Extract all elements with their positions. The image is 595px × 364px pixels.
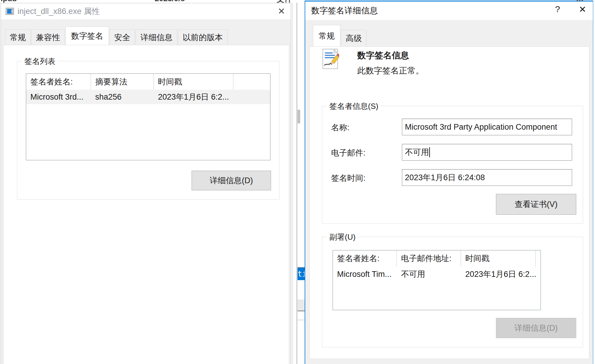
background-panel-fragment: [298, 299, 305, 310]
background-selected-list-item[interactable]: ti: [298, 268, 305, 280]
email-label: 电子邮件:: [331, 148, 366, 158]
email-field-value: 不可用: [405, 147, 429, 158]
name-field-value: Microsoft 3rd Party Application Componen…: [405, 123, 557, 132]
background-scrollbar-track: [297, 3, 297, 364]
background-window-top-strip: ipdb 2023/9/8 文件 …: [0, 0, 595, 3]
tab-compatibility[interactable]: 兼容性: [31, 29, 65, 45]
properties-dialog: inject_dll_x86.exe 属性 ✕ 常规 兼容性 数字签名 安全 详…: [1, 3, 291, 364]
close-icon[interactable]: ✕: [576, 3, 589, 15]
properties-dialog-title: inject_dll_x86.exe 属性: [18, 6, 100, 17]
properties-tab-bar: 常规 兼容性 数字签名 安全 详细信息 以前的版本: [5, 26, 228, 45]
signer-info-group-label: 签名者信息(S): [327, 101, 381, 112]
background-edge-band: [292, 3, 293, 364]
signature-certificate-icon: [322, 49, 339, 70]
email-field[interactable]: 不可用: [402, 144, 572, 161]
signature-details-titlebar[interactable]: 数字签名详细信息 ? ✕: [305, 1, 593, 20]
signature-row[interactable]: Microsoft 3rd... sha256 2023年1月6日 6:2...: [26, 90, 270, 104]
signer-name-cell: Microsoft Tim...: [333, 267, 397, 281]
tab-general[interactable]: 常规: [313, 25, 340, 46]
signer-info-group: 签名者信息(S) 名称: Microsoft 3rd Party Applica…: [322, 106, 583, 224]
column-header-signer-name: 签名者姓名:: [333, 250, 397, 266]
signing-time-field-value: 2023年1月6日 6:24:08: [405, 172, 485, 183]
signature-details-title: 数字签名详细信息: [311, 5, 378, 16]
background-text-fragment: …: [576, 0, 584, 3]
tab-general[interactable]: 常规: [5, 29, 31, 45]
signature-status-text: 此数字签名正常。: [357, 65, 424, 76]
countersignature-listbox[interactable]: 签名者姓名: 电子邮件地址: 时间戳 Microsoft Tim... 不可用 …: [333, 250, 541, 310]
signing-time-field[interactable]: 2023年1月6日 6:24:08: [402, 169, 572, 186]
background-scrollbar-thumb[interactable]: [298, 110, 300, 123]
signature-details-dialog: 数字签名详细信息 ? ✕ 常规 高级: [305, 1, 593, 364]
signer-name-cell: Microsoft 3rd...: [26, 90, 91, 104]
signature-listbox[interactable]: 签名者姓名: 摘要算法 时间戳 Microsoft 3rd... sha256 …: [26, 73, 270, 160]
background-text-fragment: ipdb: [1, 0, 17, 3]
column-header-signer-name: 签名者姓名:: [26, 74, 91, 90]
tab-previous-versions[interactable]: 以前的版本: [178, 29, 228, 45]
app-icon: [6, 8, 14, 15]
countersignature-row[interactable]: Microsoft Tim... 不可用 2023年1月6日 6:2...: [333, 267, 541, 281]
email-address-cell: 不可用: [397, 267, 461, 281]
column-header-timestamp: 时间戳: [461, 250, 536, 266]
view-certificate-button[interactable]: 查看证书(V): [496, 194, 576, 215]
background-text-fragment: 2023/9/8: [155, 0, 185, 3]
tab-advanced[interactable]: 高级: [341, 30, 367, 46]
background-divider: [298, 320, 305, 320]
signing-time-label: 签名时间:: [331, 173, 366, 183]
general-tab-page: 数字签名信息 此数字签名正常。 签名者信息(S) 名称: Microsoft 3…: [309, 46, 589, 359]
timestamp-cell: 2023年1月6日 6:2...: [461, 267, 536, 281]
screen: ipdb 2023/9/8 文件 … ti inject_dll_x86.exe…: [0, 0, 595, 364]
tab-details[interactable]: 详细信息: [136, 29, 177, 45]
name-label: 名称:: [331, 122, 350, 133]
column-header-digest-algorithm: 摘要算法: [91, 74, 154, 90]
tab-security[interactable]: 安全: [109, 29, 135, 45]
background-text-fragment: 文件: [277, 0, 292, 3]
column-header-email-address: 电子邮件地址:: [397, 250, 461, 266]
column-header-timestamp: 时间戳: [154, 74, 234, 90]
signature-list-header: 签名者姓名: 摘要算法 时间戳: [26, 74, 270, 90]
details-button[interactable]: 详细信息(D): [192, 171, 271, 190]
countersignature-list-header: 签名者姓名: 电子邮件地址: 时间戳: [333, 250, 541, 266]
digital-signatures-tab-page: 签名列表 签名者姓名: 摘要算法 时间戳 Microsoft 3rd... sh…: [3, 45, 289, 364]
countersignatures-group-label: 副署(U): [327, 232, 358, 242]
properties-titlebar[interactable]: inject_dll_x86.exe 属性 ✕: [1, 3, 291, 19]
signature-list-group-label: 签名列表: [22, 56, 58, 67]
countersignature-details-button: 详细信息(D): [496, 318, 576, 338]
help-icon[interactable]: ?: [551, 3, 564, 15]
timestamp-cell: 2023年1月6日 6:2...: [154, 90, 234, 104]
text-caret: [429, 147, 430, 157]
signature-info-heading: 数字签名信息: [357, 50, 409, 62]
tab-digital-signatures[interactable]: 数字签名: [65, 26, 109, 45]
name-field[interactable]: Microsoft 3rd Party Application Componen…: [402, 119, 572, 135]
digest-algorithm-cell: sha256: [91, 90, 154, 104]
countersignatures-group: 副署(U) 签名者姓名: 电子邮件地址: 时间戳 Microsoft Tim..…: [322, 237, 583, 347]
close-icon[interactable]: ✕: [275, 5, 288, 17]
background-divider: [298, 310, 305, 311]
signature-details-tab-bar: 常规 高级: [313, 25, 367, 46]
background-window-sliver: ti: [292, 3, 305, 364]
